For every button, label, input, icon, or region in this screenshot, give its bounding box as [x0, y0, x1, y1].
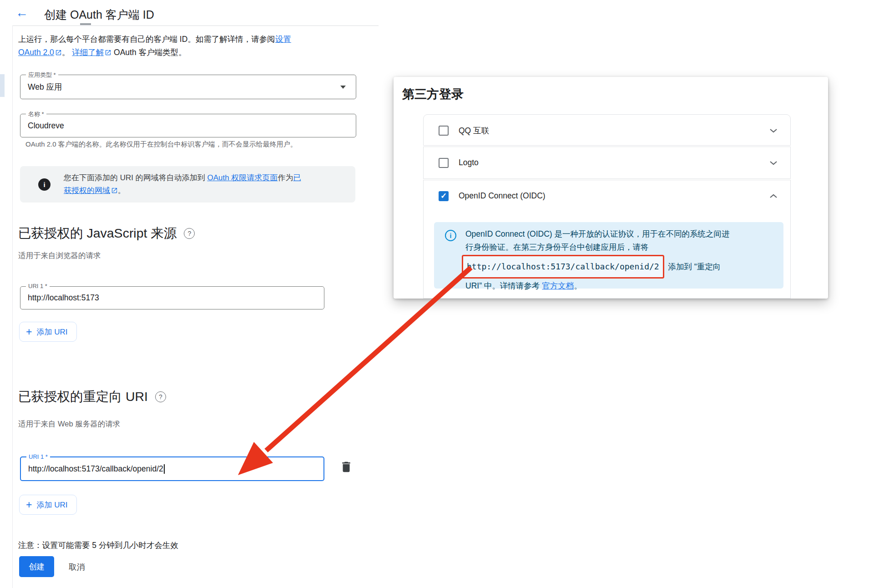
redirect-uris-heading: 已获授权的重定向 URI ? [18, 388, 166, 406]
redirect-uris-subtitle: 适用于来自 Web 服务器的请求 [18, 419, 120, 429]
app-type-select[interactable]: 应用类型 * Web 应用 [20, 75, 356, 99]
chevron-down-icon[interactable] [769, 161, 778, 165]
third-party-login-title: 第三方登录 [402, 86, 464, 102]
qq-checkbox[interactable] [439, 126, 449, 136]
client-name-field[interactable]: 名称 * Cloudreve [20, 114, 356, 137]
external-link-icon [111, 187, 118, 194]
domain-notice-text: 您在下面添加的 URI 的网域将自动添加到 OAuth 权限请求页面作为已 获授… [64, 172, 301, 197]
add-redirect-uri-button[interactable]: + 添加 URI [19, 495, 77, 515]
create-button[interactable]: 创建 [19, 556, 54, 577]
oidc-info-alert: i OpenID Connect (OIDC) 是一种开放的认证协议，用于在不同… [434, 222, 783, 289]
client-name-value: Cloudreve [28, 114, 64, 137]
third-party-login-card: 第三方登录 QQ 互联 Logto ✓ OpenID Connect (OIDC… [394, 77, 828, 299]
authorized-domains-link-part2[interactable]: 获授权的网域 [64, 186, 110, 195]
dropdown-caret-icon[interactable] [340, 86, 346, 89]
plus-icon: + [26, 500, 32, 510]
propagation-note: 注意：设置可能需要 5 分钟到几小时才会生效 [18, 540, 178, 551]
official-docs-link[interactable]: 官方文档 [542, 281, 574, 290]
oauth-20-link[interactable]: OAuth 2.0 [18, 48, 54, 57]
learn-more-link[interactable]: 详细了解 [72, 48, 104, 57]
info-outline-icon: i [445, 230, 456, 241]
client-name-helper: OAuth 2.0 客户端的名称。此名称仅用于在控制台中标识客户端，而不会显示给… [25, 140, 297, 149]
clipped-text-fragment [80, 23, 91, 25]
domain-notice-box: i 您在下面添加的 URI 的网域将自动添加到 OAuth 权限请求页面作为已 … [20, 166, 355, 203]
oidc-callback-line: http://localhost:5173/callback/openid/2 … [465, 254, 729, 279]
create-oauth-client-page: ← 创建 OAuth 客户端 ID 上运行，那么每个平台都需要有自己的客户端 I… [0, 0, 869, 588]
back-arrow-icon[interactable]: ← [15, 5, 28, 20]
help-icon[interactable]: ? [184, 228, 195, 239]
header-divider [13, 25, 379, 26]
js-origins-subtitle: 适用于来自浏览器的请求 [18, 251, 101, 261]
provider-row-label: Logto [459, 158, 479, 167]
setup-oauth-link[interactable]: 设置 [275, 35, 291, 44]
intro-line-2: OAuth 2.0。 详细了解 OAuth 客户端类型。 [18, 46, 291, 59]
provider-row-oidc[interactable]: ✓ OpenID Connect (OIDC) i OpenID Connect… [423, 180, 791, 299]
page-title: 创建 OAuth 客户端 ID [44, 7, 154, 22]
oidc-alert-text: OpenID Connect (OIDC) 是一种开放的认证协议，用于在不同的系… [465, 228, 729, 293]
help-icon[interactable]: ? [155, 391, 166, 402]
add-js-origin-uri-button[interactable]: + 添加 URI [19, 322, 77, 342]
authorized-domains-link-part1[interactable]: 已 [293, 173, 301, 182]
callback-url-code: http://localhost:5173/callback/openid/2 [462, 255, 664, 279]
js-origin-uri-value: http://localhost:5173 [28, 287, 99, 309]
oauth-consent-link[interactable]: OAuth 权限请求页面 [207, 173, 278, 182]
oidc-checkbox[interactable]: ✓ [439, 191, 449, 201]
info-icon: i [38, 178, 51, 191]
background-window-sliver [0, 74, 5, 97]
provider-row-logto[interactable]: Logto [423, 147, 791, 179]
chevron-up-icon[interactable] [769, 194, 778, 198]
provider-row-qq[interactable]: QQ 互联 [423, 114, 791, 146]
redirect-uri-value: http://localhost:5173/callback/openid/2 [28, 457, 165, 480]
intro-paragraph: 上运行，那么每个平台都需要有自己的客户端 ID。如需了解详情，请参阅设置 OAu… [18, 33, 291, 59]
external-link-icon [55, 49, 62, 56]
cancel-button[interactable]: 取消 [69, 562, 85, 573]
redirect-uri-input[interactable]: URI 1 * http://localhost:5173/callback/o… [20, 456, 324, 481]
external-link-icon [105, 49, 111, 56]
provider-row-label: QQ 互联 [459, 125, 489, 136]
logto-checkbox[interactable] [439, 158, 449, 168]
plus-icon: + [26, 327, 32, 337]
panel-left-border [12, 25, 13, 588]
chevron-down-icon[interactable] [769, 128, 778, 133]
delete-uri-icon[interactable] [339, 460, 353, 474]
provider-row-label: OpenID Connect (OIDC) [459, 191, 546, 201]
js-origins-heading: 已获授权的 JavaScript 来源 ? [18, 225, 195, 242]
app-type-value: Web 应用 [28, 75, 62, 99]
intro-line-1: 上运行，那么每个平台都需要有自己的客户端 ID。如需了解详情，请参阅设置 [18, 33, 291, 46]
js-origin-uri-input[interactable]: URI 1 * http://localhost:5173 [20, 286, 324, 309]
text-cursor [164, 464, 165, 474]
